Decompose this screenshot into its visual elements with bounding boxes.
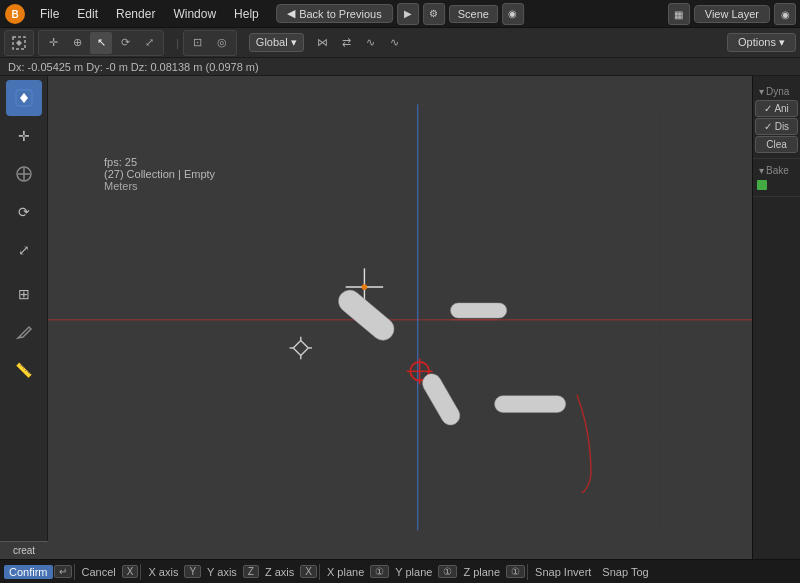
ani-check: ✓ xyxy=(764,103,772,114)
cancel-button[interactable]: Cancel xyxy=(77,565,121,579)
z-plane-button[interactable]: Z plane xyxy=(458,565,505,579)
view-layer-label: View Layer xyxy=(705,8,759,20)
move-tool[interactable]: ⊕ xyxy=(66,32,88,54)
svg-point-41 xyxy=(410,362,429,381)
dis-button[interactable]: ✓ Dis xyxy=(755,118,798,135)
collection-display: (27) Collection | Empty xyxy=(104,168,215,180)
sidebar-annotate-icon[interactable] xyxy=(6,314,42,350)
menu-window[interactable]: Window xyxy=(165,5,224,23)
snap-invert-button[interactable]: Snap Invert xyxy=(530,565,596,579)
z-axis-label: Z axis xyxy=(265,566,294,578)
falloff-btn[interactable]: ∿ xyxy=(384,32,406,54)
misc-icon-1: ⚙ xyxy=(429,8,438,19)
clea-label: Clea xyxy=(766,139,787,150)
sep-2 xyxy=(140,564,141,580)
confirm-key-hint: ↵ xyxy=(54,565,72,578)
x-axis-label: X axis xyxy=(148,566,178,578)
top-center-controls: ◀ Back to Previous ▶ ⚙ Scene ◉ xyxy=(276,3,524,25)
scene-selector[interactable]: Scene xyxy=(449,5,498,23)
confirm-button[interactable]: Confirm xyxy=(4,565,53,579)
menu-edit[interactable]: Edit xyxy=(69,5,106,23)
z-plane-key-hint: ① xyxy=(506,565,525,578)
play-button[interactable]: ▶ xyxy=(397,3,419,25)
toolbar-row: ✛ ⊕ ↖ ⟳ ⤢ | ⊡ ◎ Global ▾ ⋈ ⇄ ∿ ∿ Options… xyxy=(0,28,800,58)
svg-rect-47 xyxy=(495,396,566,413)
select-box-icon xyxy=(12,36,26,50)
transform-selector[interactable]: Global ▾ xyxy=(249,33,304,52)
z-plane-label: Z plane xyxy=(463,566,500,578)
proportional-edit-btn[interactable]: ∿ xyxy=(360,32,382,54)
viewport-canvas xyxy=(48,76,752,559)
x-plane-key-hint: ① xyxy=(370,565,389,578)
snap-tog-label: Snap Tog xyxy=(602,566,648,578)
options-button[interactable]: Options ▾ xyxy=(727,33,796,52)
back-to-previous-button[interactable]: ◀ Back to Previous xyxy=(276,4,393,23)
view-layer-icon-btn[interactable]: ▦ xyxy=(668,3,690,25)
sidebar-move-icon[interactable] xyxy=(6,156,42,192)
svg-text:B: B xyxy=(11,9,18,20)
scene-icon-btn[interactable]: ◉ xyxy=(502,3,524,25)
creat-label: creat xyxy=(13,545,35,556)
menu-help[interactable]: Help xyxy=(226,5,267,23)
dyna-title: ▾ Dyna xyxy=(755,84,798,99)
snap-tog-button[interactable]: Snap Tog xyxy=(597,565,653,579)
back-btn-label: Back to Previous xyxy=(299,8,382,20)
sep-3 xyxy=(319,564,320,580)
dis-check: ✓ xyxy=(764,121,772,132)
options-label: Options ▾ xyxy=(738,36,785,48)
y-axis-button[interactable]: Y axis xyxy=(202,565,242,579)
y-plane-button[interactable]: Y plane xyxy=(390,565,437,579)
scene-label: Scene xyxy=(458,8,489,20)
mirror-btn[interactable]: ⇄ xyxy=(336,32,358,54)
x-axis-key-hint: Y xyxy=(184,565,201,578)
bake-status-indicator xyxy=(757,180,767,190)
view-layer-icon: ▦ xyxy=(674,9,683,20)
cursor-tool[interactable]: ✛ xyxy=(42,32,64,54)
scale-tool[interactable]: ⤢ xyxy=(138,32,160,54)
view-layer-extra-icon: ◉ xyxy=(781,9,790,20)
transform-label: Global ▾ xyxy=(256,36,297,48)
confirm-label: Confirm xyxy=(9,566,48,578)
bake-section: ▾ Bake xyxy=(753,159,800,197)
transform-tool[interactable]: ⟳ xyxy=(114,32,136,54)
back-arrow-icon: ◀ xyxy=(287,7,295,20)
y-plane-label: Y plane xyxy=(395,566,432,578)
misc-button-1[interactable]: ⚙ xyxy=(423,3,445,25)
z-axis-button[interactable]: Z axis xyxy=(260,565,299,579)
bake-label: Bake xyxy=(766,165,789,176)
z-axis-key-hint: X xyxy=(300,565,317,578)
viewport-info: fps: 25 (27) Collection | Empty Meters xyxy=(104,156,215,192)
top-menu-bar: B File Edit Render Window Help ◀ Back to… xyxy=(0,0,800,28)
snap-btn[interactable]: ⋈ xyxy=(312,32,334,54)
proportional-btn[interactable]: ◎ xyxy=(211,32,233,54)
sidebar-rotate-icon[interactable]: ⟳ xyxy=(6,194,42,230)
blender-logo-icon: B xyxy=(4,3,26,25)
x-plane-button[interactable]: X plane xyxy=(322,565,369,579)
sidebar-scale-icon[interactable]: ⤢ xyxy=(6,232,42,268)
dyna-arrow: ▾ xyxy=(759,86,764,97)
mode-tools: ✛ ⊕ ↖ ⟳ ⤢ xyxy=(38,30,164,56)
cancel-key-hint: X xyxy=(122,565,139,578)
clea-button[interactable]: Clea xyxy=(755,136,798,153)
main-area: ✛ ⟳ ⤢ ⊞ 📏 fps: 25 (27) Collection | Empt… xyxy=(0,76,800,559)
bottom-bar: Confirm ↵ Cancel X X axis Y Y axis Z Z a… xyxy=(0,559,800,583)
menu-render[interactable]: Render xyxy=(108,5,163,23)
snap-invert-label: Snap Invert xyxy=(535,566,591,578)
creat-button[interactable]: creat xyxy=(0,541,48,559)
select-tool[interactable]: ↖ xyxy=(90,32,112,54)
view-layer-extra-btn[interactable]: ◉ xyxy=(774,3,796,25)
sidebar-measure-icon[interactable]: 📏 xyxy=(6,352,42,388)
view-layer-group: ▦ View Layer ◉ xyxy=(668,3,796,25)
x-axis-button[interactable]: X axis xyxy=(143,565,183,579)
viewport[interactable]: fps: 25 (27) Collection | Empty Meters xyxy=(48,76,752,559)
sidebar-cursor-icon[interactable]: ✛ xyxy=(6,118,42,154)
menu-file[interactable]: File xyxy=(32,5,67,23)
sidebar-transform-icon[interactable]: ⊞ xyxy=(6,276,42,312)
sidebar-select-icon[interactable] xyxy=(6,80,42,116)
view-layer-button[interactable]: View Layer xyxy=(694,5,770,23)
select-box-tool[interactable] xyxy=(8,32,30,54)
sep-1 xyxy=(74,564,75,580)
ani-button[interactable]: ✓ Ani xyxy=(755,100,798,117)
pivot-btn[interactable]: ⊡ xyxy=(187,32,209,54)
sep-4 xyxy=(527,564,528,580)
